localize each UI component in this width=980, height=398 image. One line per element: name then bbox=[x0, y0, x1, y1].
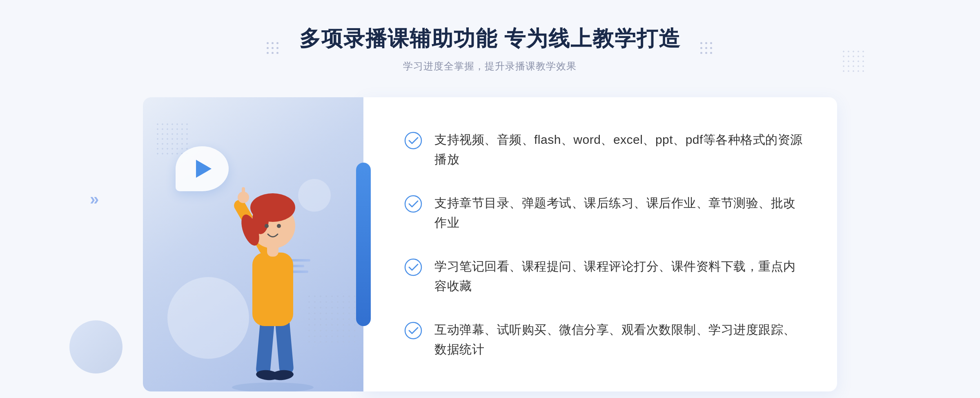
feature-text-2: 支持章节目录、弹题考试、课后练习、课后作业、章节测验、批改作业 bbox=[434, 193, 804, 233]
feature-item-2: 支持章节目录、弹题考试、课后练习、课后作业、章节测验、批改作业 bbox=[404, 187, 804, 239]
page-container: 多项录播课辅助功能 专为线上教学打造 学习进度全掌握，提升录播课教学效果 » bbox=[0, 0, 980, 398]
svg-point-12 bbox=[265, 224, 269, 228]
svg-rect-1 bbox=[256, 318, 275, 376]
illustration-dots-top bbox=[155, 122, 188, 154]
feature-text-3: 学习笔记回看、课程提问、课程评论打分、课件资料下载，重点内容收藏 bbox=[434, 257, 804, 296]
content-area: 支持视频、音频、flash、word、excel、ppt、pdf等各种格式的资源… bbox=[143, 97, 837, 391]
dot-grid-left bbox=[267, 42, 280, 55]
page-title: 多项录播课辅助功能 专为线上教学打造 bbox=[299, 25, 681, 53]
illustration-panel bbox=[143, 97, 363, 391]
check-icon-1 bbox=[404, 132, 422, 150]
check-icon-3 bbox=[404, 258, 422, 276]
feature-item-1: 支持视频、音频、flash、word、excel、ppt、pdf等各种格式的资源… bbox=[404, 123, 804, 176]
svg-point-13 bbox=[277, 224, 281, 228]
feature-text-4: 互动弹幕、试听购买、微信分享、观看次数限制、学习进度跟踪、数据统计 bbox=[434, 320, 804, 359]
dot-grid-right bbox=[700, 42, 713, 55]
header-deco-right bbox=[700, 42, 713, 55]
feature-text-1: 支持视频、音频、flash、word、excel、ppt、pdf等各种格式的资源… bbox=[434, 130, 804, 169]
person-illustration bbox=[207, 154, 338, 391]
circle-deco-bottom-left bbox=[69, 320, 122, 373]
svg-point-18 bbox=[405, 196, 421, 212]
side-arrows-decoration: » bbox=[90, 190, 99, 208]
svg-point-0 bbox=[232, 382, 314, 391]
feature-item-3: 学习笔记回看、课程提问、课程评论打分、课件资料下载，重点内容收藏 bbox=[404, 250, 804, 302]
blue-accent-bar bbox=[356, 163, 371, 326]
header-deco-left bbox=[267, 42, 280, 55]
dots-top-right-decoration bbox=[841, 49, 866, 74]
svg-point-17 bbox=[405, 132, 421, 149]
svg-rect-16 bbox=[242, 187, 245, 199]
svg-point-19 bbox=[405, 259, 421, 275]
check-icon-2 bbox=[404, 195, 422, 213]
header-section: 多项录播课辅助功能 专为线上教学打造 学习进度全掌握，提升录播课教学效果 bbox=[299, 25, 681, 73]
page-subtitle: 学习进度全掌握，提升录播课教学效果 bbox=[299, 60, 681, 73]
svg-point-20 bbox=[405, 322, 421, 339]
info-panel: 支持视频、音频、flash、word、excel、ppt、pdf等各种格式的资源… bbox=[363, 97, 837, 391]
check-icon-4 bbox=[404, 322, 422, 340]
feature-item-4: 互动弹幕、试听购买、微信分享、观看次数限制、学习进度跟踪、数据统计 bbox=[404, 313, 804, 366]
